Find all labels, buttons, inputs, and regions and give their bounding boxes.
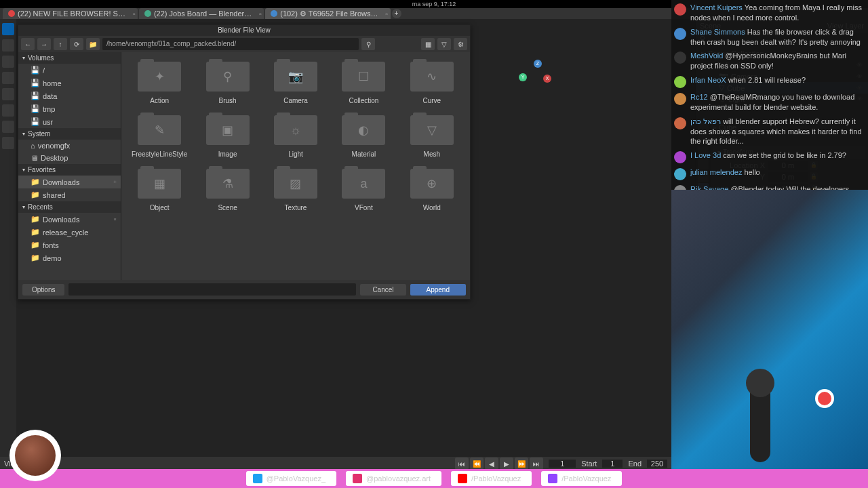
volume-item[interactable]: 💾data	[18, 89, 121, 102]
section-recents[interactable]: Recents	[18, 201, 121, 213]
up-button[interactable]: ↑	[54, 38, 67, 50]
tool-move[interactable]	[2, 56, 14, 68]
folder-scene[interactable]: ⚗Scene	[195, 165, 260, 216]
new-tab-button[interactable]: +	[392, 9, 401, 18]
chat-username[interactable]: I Love 3d	[690, 151, 721, 159]
filter-button[interactable]: ▽	[437, 38, 451, 50]
folder-light[interactable]: ☼Light	[263, 111, 328, 162]
favorite-item[interactable]: 📁Downloads+	[18, 176, 121, 188]
chat-text: @TheRealMRmango you have to download exp…	[690, 93, 854, 111]
filename-input[interactable]	[68, 283, 356, 296]
folder-icon: 📁	[31, 253, 40, 262]
folder-world[interactable]: ⊕World	[399, 165, 465, 216]
folder-freestylelinestyle[interactable]: ✎FreestyleLineStyle	[127, 111, 192, 162]
tab-0[interactable]: (22) NEW FILE BROWSER! S…×	[3, 8, 138, 19]
tool-scale[interactable]	[2, 88, 14, 100]
volume-item[interactable]: 💾usr	[18, 115, 121, 128]
system-item[interactable]: 🖥Desktop	[18, 152, 121, 164]
section-system[interactable]: System	[18, 128, 121, 140]
append-button[interactable]: Append	[410, 284, 466, 296]
youtube-icon	[458, 474, 467, 483]
chat-text: can we set the grid to be like in 2.79?	[723, 151, 846, 159]
folder-collection[interactable]: ☐Collection	[331, 58, 396, 108]
favorite-item[interactable]: 📁shared	[18, 188, 121, 201]
coffee-avatar	[9, 430, 61, 481]
close-icon[interactable]: ×	[132, 11, 136, 17]
section-favorites[interactable]: Favorites	[18, 164, 121, 176]
social-twitch[interactable]: /PabloVazquez	[541, 471, 622, 486]
nav-gizmo[interactable]: Y Z X	[519, 60, 553, 94]
section-volumes[interactable]: Volumes	[18, 52, 121, 64]
recent-item[interactable]: 📁demo	[18, 251, 121, 264]
chat-message: רפאל כהן will blender support Hebrew? cu…	[674, 117, 865, 147]
add-icon[interactable]: +	[113, 179, 117, 185]
folder-icon: ⚗	[206, 169, 250, 199]
folder-texture[interactable]: ▨Texture	[263, 165, 328, 216]
recent-item[interactable]: 📁release_cycle	[18, 226, 121, 239]
volume-item[interactable]: 💾tmp	[18, 102, 121, 115]
axis-z-icon[interactable]: Z	[534, 60, 542, 68]
folder-label: Action	[150, 97, 169, 104]
tool-rotate[interactable]	[2, 72, 14, 84]
jump-start-icon[interactable]: ⏮	[455, 458, 469, 470]
refresh-button[interactable]: ⟳	[70, 38, 83, 50]
chat-username[interactable]: Vincent Kuipers	[690, 3, 743, 12]
tab-2[interactable]: (102) ⚙ T69652 File Brows…×	[265, 8, 390, 20]
play-reverse-icon[interactable]: ◀	[485, 458, 498, 470]
recent-item[interactable]: 📁fonts	[18, 239, 121, 251]
volume-item[interactable]: 💾/	[18, 64, 121, 77]
folder-material[interactable]: ◐Material	[331, 111, 396, 162]
file-grid[interactable]: ✦Action⚲Brush📷Camera☐Collection∿Curve✎Fr…	[121, 52, 470, 280]
chat-username[interactable]: MeshVoid	[690, 52, 723, 60]
gear-icon[interactable]: ⚙	[454, 38, 467, 50]
new-folder-button[interactable]: 📁	[86, 38, 100, 50]
avatar	[674, 3, 686, 16]
tool-annotate[interactable]	[2, 121, 14, 133]
cancel-button[interactable]: Cancel	[360, 284, 406, 296]
chat-username[interactable]: Rik Savage	[690, 185, 728, 190]
social-instagram[interactable]: @pablovazquez.art	[346, 471, 441, 486]
search-icon[interactable]: ⚲	[361, 38, 375, 50]
social-youtube[interactable]: /PabloVazquez	[451, 471, 532, 486]
back-button[interactable]: ←	[21, 38, 35, 50]
chat-username[interactable]: Rc12	[690, 93, 708, 101]
volume-item[interactable]: 💾home	[18, 77, 121, 89]
play-icon[interactable]: ▶	[500, 458, 513, 470]
chat-username[interactable]: רפאל כהן	[690, 117, 721, 125]
close-icon[interactable]: ×	[259, 11, 262, 17]
current-frame-input[interactable]: 1	[549, 460, 576, 468]
tab-1[interactable]: (22) Jobs Board — Blender…×	[139, 8, 264, 19]
end-frame-input[interactable]: 250	[647, 460, 667, 468]
start-frame-input[interactable]: 1	[602, 460, 623, 468]
chat-username[interactable]: julian melendez	[690, 168, 742, 176]
folder-camera[interactable]: 📷Camera	[263, 58, 328, 108]
tool-select[interactable]	[2, 23, 14, 35]
folder-vfont[interactable]: aVFont	[331, 165, 396, 216]
forward-button[interactable]: →	[37, 38, 51, 50]
close-icon[interactable]: ×	[385, 11, 389, 17]
display-mode-button[interactable]: ▦	[421, 38, 435, 50]
options-button[interactable]: Options	[22, 284, 64, 296]
axis-y-icon[interactable]: Y	[519, 73, 527, 81]
path-input[interactable]: /home/venomgfx/01a_comp_packed.blend/	[102, 38, 359, 50]
social-twitter[interactable]: @PabloVazquez_	[246, 471, 336, 486]
folder-label: Light	[288, 150, 303, 158]
tool-transform[interactable]	[2, 104, 14, 117]
folder-curve[interactable]: ∿Curve	[399, 58, 465, 108]
chat-username[interactable]: Shane Simmons	[690, 28, 745, 36]
folder-object[interactable]: ▦Object	[127, 165, 192, 216]
tool-measure[interactable]	[2, 137, 14, 149]
jump-end-icon[interactable]: ⏭	[530, 458, 543, 470]
folder-brush[interactable]: ⚲Brush	[195, 58, 260, 108]
chat-username[interactable]: Irfan NeoX	[690, 76, 726, 84]
system-item[interactable]: ⌂venomgfx	[18, 140, 121, 152]
recent-item[interactable]: 📁Downloads×	[18, 213, 121, 226]
axis-x-icon[interactable]: X	[543, 75, 551, 83]
folder-action[interactable]: ✦Action	[127, 58, 192, 108]
keyframe-next-icon[interactable]: ⏩	[515, 458, 528, 470]
folder-image[interactable]: ▣Image	[195, 111, 260, 162]
remove-icon[interactable]: ×	[113, 216, 117, 222]
folder-mesh[interactable]: ▽Mesh	[399, 111, 465, 162]
tool-cursor[interactable]	[2, 39, 14, 52]
keyframe-prev-icon[interactable]: ⏪	[470, 458, 484, 470]
